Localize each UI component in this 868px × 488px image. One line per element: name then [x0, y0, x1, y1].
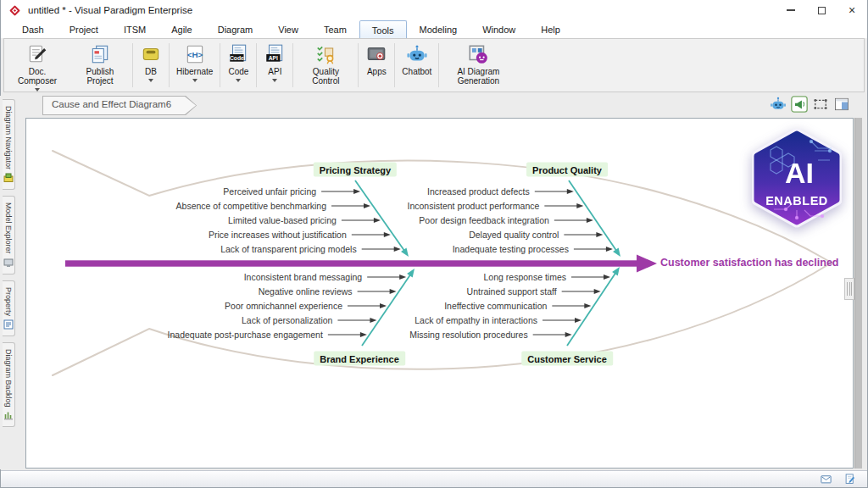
chevron-down-icon: [148, 79, 153, 82]
category-label-brand-experience[interactable]: Brand Experience: [314, 352, 405, 366]
menu-project[interactable]: Project: [57, 20, 111, 38]
chevron-down-icon: [236, 79, 241, 82]
menu-tools[interactable]: Tools: [359, 20, 407, 38]
cause-text-limited-value-based-pricing[interactable]: Limited value-based pricing: [228, 215, 337, 225]
chatbot-button[interactable]: Chatbot: [396, 41, 437, 90]
cause-text-negative-online-reviews[interactable]: Negative online reviews: [259, 286, 353, 297]
maximize-button[interactable]: [806, 0, 837, 20]
cause-text-untrained-support-staff[interactable]: Untrained support staff: [467, 286, 557, 297]
fishbone-spine[interactable]: [65, 260, 638, 266]
edit-icon[interactable]: [843, 473, 857, 485]
cause-arrowhead: [384, 232, 391, 237]
cause-text-lack-of-personalization[interactable]: Lack of personalization: [242, 315, 333, 325]
fit-frame-icon[interactable]: [812, 96, 829, 113]
db-button[interactable]: DB: [134, 41, 168, 90]
mail-icon[interactable]: [819, 473, 833, 485]
bone-customer-service[interactable]: [567, 271, 617, 346]
cause-arrowhead: [399, 274, 406, 280]
ai-diagram-generation-button[interactable]: AI Diagram Generation: [440, 41, 516, 90]
toolbar-separator: [394, 43, 395, 87]
menu-agile[interactable]: Agile: [159, 20, 204, 38]
category-label-pricing-strategy[interactable]: Pricing Strategy: [314, 163, 397, 177]
chevron-down-icon: [35, 88, 40, 92]
menu-diagram[interactable]: Diagram: [205, 20, 266, 38]
diagram-canvas[interactable]: Perceived unfair pricingAbsence of compe…: [25, 118, 854, 469]
menu-dash[interactable]: Dash: [9, 20, 57, 38]
hibernate-button[interactable]: <H>Hibernate: [170, 41, 219, 90]
panel-layout-icon[interactable]: [833, 96, 850, 113]
tab-cause-and-effect-diagram6[interactable]: Cause and Effect Diagram6: [42, 96, 197, 115]
menu-window[interactable]: Window: [470, 20, 528, 38]
sidebar-tab-model-explorer[interactable]: Model Explorer: [3, 196, 15, 274]
cause-text-price-increases-without-justification[interactable]: Price increases without justification: [209, 230, 347, 240]
menu-view[interactable]: View: [265, 20, 311, 38]
cause-arrowhead: [584, 303, 591, 308]
sidebar-tab-label: Model Explorer: [4, 202, 13, 254]
toolbar-button-label: Publish Project: [75, 67, 125, 86]
code-button[interactable]: CodeCode: [221, 41, 255, 90]
minimize-button[interactable]: [776, 0, 806, 20]
cause-text-ineffective-communication[interactable]: Ineffective communication: [444, 301, 547, 311]
toolbar-button-label: Doc. Composer: [12, 67, 63, 86]
cause-text-absence-of-competitive-benchmarking[interactable]: Absence of competitive benchmarking: [176, 201, 327, 211]
close-button[interactable]: ×: [837, 0, 867, 20]
sidebar-tab-property[interactable]: Property: [3, 280, 15, 336]
effect-label[interactable]: Customer satisfaction has declined: [660, 257, 838, 269]
cause-text-inconsistent-brand-messaging[interactable]: Inconsistent brand messaging: [244, 272, 363, 282]
menu-help[interactable]: Help: [528, 20, 573, 38]
menu-itsm[interactable]: ITSM: [111, 20, 159, 38]
bone-arrowhead: [613, 247, 620, 257]
cause-text-long-response-times[interactable]: Long response times: [484, 272, 566, 282]
publish-project-button[interactable]: Publish Project: [69, 41, 131, 90]
cause-text-lack-of-empathy-in-interactions[interactable]: Lack of empathy in interactions: [415, 315, 537, 325]
announcement-icon[interactable]: [791, 96, 808, 113]
sidebar-tab-diagram-navigator[interactable]: Diagram Navigator: [3, 99, 15, 190]
cause-arrowhead: [594, 289, 601, 294]
cause-text-inadequate-post-purchase-engagement[interactable]: Inadequate post-purchase engagement: [168, 330, 323, 340]
bone-product-quality[interactable]: [569, 180, 618, 252]
fishbone-diagram: Perceived unfair pricingAbsence of compe…: [26, 119, 853, 468]
doc-composer-button[interactable]: Doc. Composer: [6, 41, 69, 90]
tab-label: Cause and Effect Diagram6: [42, 96, 197, 109]
quality-control-button[interactable]: Quality Control: [294, 41, 357, 90]
toolbar-button-label: DB: [145, 67, 157, 76]
bone-pricing-strategy[interactable]: [355, 180, 406, 252]
category-label-product-quality[interactable]: Product Quality: [526, 163, 608, 177]
cause-text-increased-product-defects[interactable]: Increased product defects: [427, 186, 530, 197]
toolbar-separator: [438, 43, 439, 87]
cause-text-lack-of-transparent-pricing-models[interactable]: Lack of transparent pricing models: [220, 244, 357, 254]
toolbar: Doc. ComposerPublish ProjectDB<H>Hiberna…: [3, 38, 865, 92]
toolbar-button-label: Quality Control: [300, 67, 351, 86]
menu-team[interactable]: Team: [311, 20, 359, 38]
menu-modeling[interactable]: Modeling: [407, 20, 470, 38]
chevron-down-icon: [192, 79, 198, 82]
svg-text:<H>: <H>: [186, 50, 203, 59]
visual-paradigm-logo-icon: [8, 4, 21, 17]
cause-text-delayed-quality-control[interactable]: Delayed quality control: [469, 230, 559, 240]
sidebar-tab-label: Diagram Backlog: [4, 349, 13, 408]
bone-brand-experience[interactable]: [362, 273, 412, 346]
cause-text-inadequate-testing-processes[interactable]: Inadequate testing processes: [453, 244, 569, 254]
cause-text-missing-resolution-procedures[interactable]: Missing resolution procedures: [409, 330, 527, 340]
chevron-down-icon: [272, 79, 277, 82]
api-button[interactable]: APIAPI: [258, 41, 292, 90]
chatbot-icon[interactable]: [770, 96, 787, 113]
diagram-navigator-icon: [3, 173, 14, 183]
category-label-customer-service[interactable]: Customer Service: [521, 352, 613, 366]
panel-collapse-grip[interactable]: [844, 278, 854, 300]
diagram-backlog-icon: [3, 410, 14, 420]
cause-text-poor-design-feedback-integration[interactable]: Poor design feedback integration: [419, 215, 549, 225]
tab-bar-icons: [770, 96, 850, 113]
sidebar-tab-diagram-backlog[interactable]: Diagram Backlog: [3, 342, 15, 428]
cause-arrowhead: [606, 247, 613, 252]
toolbar-button-label: Apps: [367, 67, 387, 76]
menu-bar: DashProjectITSMAgileDiagramViewTeamTools…: [1, 20, 867, 38]
cause-text-poor-omnichannel-experience[interactable]: Poor omnichannel experience: [225, 301, 342, 311]
right-splitter[interactable]: [854, 118, 862, 469]
publish-project-icon: [89, 43, 111, 65]
cause-text-inconsistent-product-performance[interactable]: Inconsistent product performance: [407, 201, 539, 211]
chatbot-icon: [406, 43, 428, 65]
apps-button[interactable]: Apps: [359, 41, 393, 90]
hibernate-icon: <H>: [184, 43, 206, 65]
cause-text-perceived-unfair-pricing[interactable]: Perceived unfair pricing: [223, 186, 316, 197]
